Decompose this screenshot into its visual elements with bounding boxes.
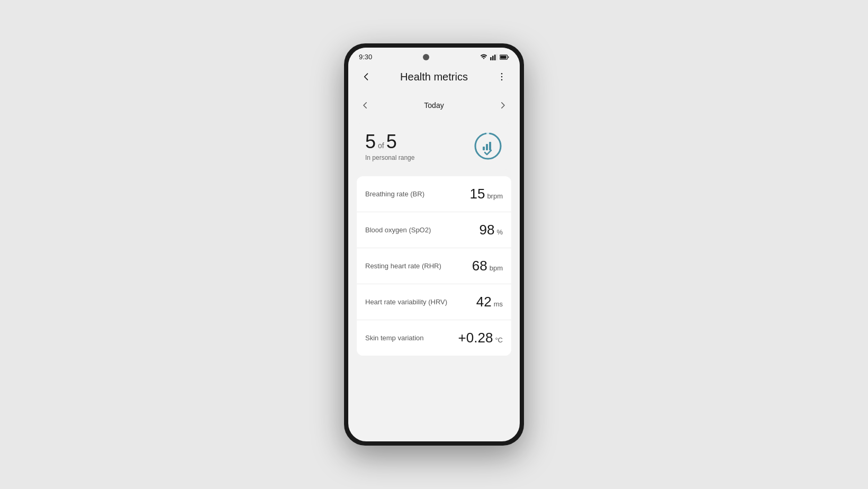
- date-label: Today: [424, 101, 444, 110]
- health-score-icon: [473, 131, 503, 161]
- metric-value: 15: [469, 186, 485, 202]
- prev-date-button[interactable]: [357, 97, 374, 114]
- camera-dot: [423, 54, 429, 60]
- status-time: 9:30: [359, 53, 372, 61]
- metric-label: Breathing rate (BR): [365, 190, 424, 198]
- signal-icon: [490, 54, 498, 60]
- metric-card[interactable]: Blood oxygen (SpO2)98%: [357, 212, 511, 248]
- svg-rect-3: [496, 54, 498, 60]
- more-menu-button[interactable]: [492, 67, 511, 86]
- summary-score-value: 5: [365, 131, 376, 153]
- metric-card[interactable]: Resting heart rate (RHR)68bpm: [357, 248, 511, 284]
- metric-value: 42: [476, 294, 492, 310]
- phone-frame: 9:30: [344, 43, 524, 446]
- summary-text: 5 of 5 In personal range: [365, 131, 414, 161]
- svg-rect-1: [492, 56, 494, 60]
- metric-value-container: 98%: [480, 222, 503, 238]
- back-button[interactable]: [357, 67, 376, 86]
- metrics-card-group: Breathing rate (BR)15brpmBlood oxygen (S…: [357, 176, 511, 356]
- metric-unit: %: [496, 228, 503, 236]
- metric-unit: brpm: [487, 192, 503, 200]
- summary-of-text: of: [378, 141, 384, 150]
- metric-unit: °C: [495, 336, 503, 344]
- page-title: Health metrics: [400, 71, 468, 83]
- svg-rect-2: [494, 55, 496, 60]
- header: Health metrics: [348, 63, 520, 93]
- metric-value-container: 15brpm: [469, 186, 503, 202]
- date-navigation: Today: [348, 93, 520, 118]
- metric-value: +0.28: [458, 330, 493, 346]
- svg-rect-11: [483, 147, 485, 150]
- svg-point-8: [501, 79, 503, 81]
- metrics-list: Breathing rate (BR)15brpmBlood oxygen (S…: [348, 176, 520, 431]
- svg-rect-5: [500, 56, 506, 59]
- status-bar: 9:30: [348, 48, 520, 63]
- metric-value-container: 42ms: [476, 294, 503, 310]
- summary-subtitle: In personal range: [365, 154, 414, 161]
- svg-point-7: [501, 76, 503, 78]
- battery-icon: [500, 54, 509, 60]
- metric-value: 68: [472, 258, 487, 274]
- bar-chart-icon: [482, 141, 494, 151]
- summary-total-value: 5: [386, 131, 397, 153]
- metric-unit: ms: [494, 300, 503, 308]
- svg-rect-12: [486, 144, 488, 150]
- metric-label: Resting heart rate (RHR): [365, 262, 441, 270]
- bottom-space: [348, 431, 520, 441]
- metric-label: Heart rate variability (HRV): [365, 298, 447, 306]
- summary-score: 5 of 5: [365, 131, 414, 153]
- metric-value: 98: [480, 222, 495, 238]
- svg-point-6: [501, 73, 503, 75]
- wifi-icon: [480, 54, 488, 60]
- metric-value-container: 68bpm: [472, 258, 503, 274]
- metric-label: Skin temp variation: [365, 334, 424, 342]
- metric-card[interactable]: Breathing rate (BR)15brpm: [357, 176, 511, 212]
- metric-card[interactable]: Skin temp variation+0.28°C: [357, 320, 511, 356]
- next-date-button[interactable]: [494, 97, 511, 114]
- summary-card: 5 of 5 In personal range: [357, 122, 511, 170]
- metric-unit: bpm: [490, 264, 503, 272]
- status-icons: [480, 54, 509, 60]
- svg-rect-0: [490, 57, 492, 60]
- svg-rect-13: [489, 142, 491, 150]
- metric-value-container: +0.28°C: [458, 330, 503, 346]
- metric-card[interactable]: Heart rate variability (HRV)42ms: [357, 284, 511, 320]
- metric-label: Blood oxygen (SpO2): [365, 226, 431, 234]
- phone-screen: 9:30: [348, 48, 520, 441]
